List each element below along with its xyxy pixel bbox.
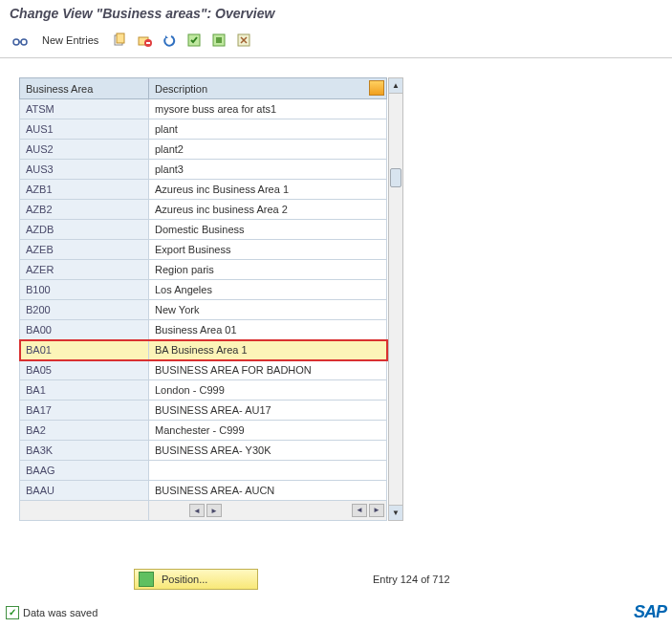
desc-cell[interactable]: mysore buss area for ats1 xyxy=(149,99,387,119)
code-cell[interactable]: AZB1 xyxy=(20,180,149,200)
table-row[interactable]: BA2Manchester - C999 xyxy=(20,421,387,441)
scroll-thumb[interactable] xyxy=(390,168,401,187)
desc-cell[interactable]: Los Angeles xyxy=(149,280,387,300)
deselect-all-icon[interactable] xyxy=(234,31,253,50)
col-header-desc-label: Description xyxy=(155,83,207,95)
hscroll-left-icon[interactable]: ◄ xyxy=(189,504,205,517)
code-cell[interactable]: BA01 xyxy=(20,340,149,360)
page-title: Change View "Business areas": Overview xyxy=(0,0,672,27)
code-cell[interactable]: AZER xyxy=(20,260,149,280)
code-cell[interactable]: BAAU xyxy=(20,481,149,501)
desc-cell[interactable]: BUSINESS AREA- AU17 xyxy=(149,401,387,421)
copy-icon[interactable] xyxy=(110,31,129,50)
desc-cell[interactable]: BUSINESS AREA- AUCN xyxy=(149,481,387,501)
success-check-icon: ✓ xyxy=(6,606,19,619)
table-row[interactable]: BA05BUSINESS AREA FOR BADHON xyxy=(20,360,387,380)
position-label: Position... xyxy=(162,574,207,585)
desc-cell[interactable]: Region paris xyxy=(149,260,387,280)
svg-point-1 xyxy=(21,39,27,45)
svg-rect-3 xyxy=(117,33,124,43)
sap-logo: SAP xyxy=(634,602,666,622)
table-row[interactable]: ATSMmysore buss area for ats1 xyxy=(20,99,387,119)
bottom-bar: Position... Entry 124 of 712 xyxy=(19,569,672,590)
table-row[interactable]: AUS3plant3 xyxy=(20,160,387,180)
code-cell[interactable]: AUS3 xyxy=(20,160,149,180)
code-cell[interactable]: BA1 xyxy=(20,380,149,401)
table-row[interactable]: B100Los Angeles xyxy=(20,280,387,300)
code-cell[interactable]: AZDB xyxy=(20,220,149,240)
table-row[interactable]: BA00Business Area 01 xyxy=(20,320,387,340)
delete-icon[interactable] xyxy=(135,31,154,50)
hscroll-right2-icon[interactable]: ► xyxy=(369,504,384,517)
scroll-up-icon[interactable]: ▲ xyxy=(389,78,402,94)
col-header-desc[interactable]: Description xyxy=(149,78,387,99)
scroll-track[interactable] xyxy=(389,94,402,505)
table-wrap: Business Area Description ATSMmysore bus… xyxy=(19,77,387,521)
table-row[interactable]: BAAUBUSINESS AREA- AUCN xyxy=(20,481,387,501)
hscroll-row: ◄ ► ◄ ► xyxy=(20,501,387,521)
desc-cell[interactable]: plant xyxy=(149,119,387,140)
status-bar: ✓ Data was saved SAP xyxy=(6,602,666,622)
col-header-code[interactable]: Business Area xyxy=(20,78,149,99)
table-row[interactable]: AZB2Azureus inc business Area 2 xyxy=(20,200,387,220)
svg-rect-6 xyxy=(146,42,150,44)
desc-cell[interactable]: BA Business Area 1 xyxy=(149,340,387,360)
undo-icon[interactable] xyxy=(160,31,179,50)
scroll-down-icon[interactable]: ▼ xyxy=(389,505,402,520)
desc-cell[interactable] xyxy=(149,461,387,481)
desc-cell[interactable]: plant2 xyxy=(149,140,387,160)
code-cell[interactable]: BA05 xyxy=(20,360,149,380)
svg-point-0 xyxy=(13,39,19,45)
new-entries-button[interactable]: New Entries xyxy=(36,31,104,50)
business-area-table: Business Area Description ATSMmysore bus… xyxy=(19,77,387,521)
desc-cell[interactable]: Domestic Business xyxy=(149,220,387,240)
vertical-scrollbar[interactable]: ▲ ▼ xyxy=(388,77,403,521)
table-row[interactable]: BA17BUSINESS AREA- AU17 xyxy=(20,401,387,421)
table-row[interactable]: BA01BA Business Area 1 xyxy=(20,340,387,360)
select-all-icon[interactable] xyxy=(184,31,204,50)
code-cell[interactable]: AZEB xyxy=(20,240,149,260)
desc-cell[interactable]: Business Area 01 xyxy=(149,320,387,340)
hscroll-right-icon[interactable]: ► xyxy=(206,504,222,517)
table-row[interactable]: BAAG xyxy=(20,461,387,481)
position-button[interactable]: Position... xyxy=(134,569,258,590)
status-left: ✓ Data was saved xyxy=(6,606,98,619)
desc-cell[interactable]: BUSINESS AREA- Y30K xyxy=(149,441,387,461)
desc-cell[interactable]: Export Business xyxy=(149,240,387,260)
desc-cell[interactable]: Azureus inc Business Area 1 xyxy=(149,180,387,200)
code-cell[interactable]: BA3K xyxy=(20,441,149,461)
code-cell[interactable]: B200 xyxy=(20,300,149,320)
desc-cell[interactable]: Azureus inc business Area 2 xyxy=(149,200,387,220)
desc-cell[interactable]: BUSINESS AREA FOR BADHON xyxy=(149,360,387,380)
desc-cell[interactable]: plant3 xyxy=(149,160,387,180)
table-row[interactable]: AUS1plant xyxy=(20,119,387,140)
code-cell[interactable]: BAAG xyxy=(20,461,149,481)
table-row[interactable]: B200New York xyxy=(20,300,387,320)
glasses-icon[interactable] xyxy=(10,31,31,50)
toolbar: New Entries xyxy=(0,27,672,58)
select-block-icon[interactable] xyxy=(209,31,228,50)
code-cell[interactable]: AUS2 xyxy=(20,140,149,160)
table-row[interactable]: BA3KBUSINESS AREA- Y30K xyxy=(20,441,387,461)
desc-cell[interactable]: New York xyxy=(149,300,387,320)
table-row[interactable]: AZDBDomestic Business xyxy=(20,220,387,240)
code-cell[interactable]: B100 xyxy=(20,280,149,300)
desc-cell[interactable]: London - C999 xyxy=(149,380,387,401)
table-row[interactable]: AZEBExport Business xyxy=(20,240,387,260)
code-cell[interactable]: BA17 xyxy=(20,401,149,421)
status-text: Data was saved xyxy=(23,607,98,618)
code-cell[interactable]: BA2 xyxy=(20,421,149,441)
table-row[interactable]: AZERRegion paris xyxy=(20,260,387,280)
table-row[interactable]: AUS2plant2 xyxy=(20,140,387,160)
table-row[interactable]: AZB1Azureus inc Business Area 1 xyxy=(20,180,387,200)
configure-columns-icon[interactable] xyxy=(369,80,384,96)
desc-cell[interactable]: Manchester - C999 xyxy=(149,421,387,441)
code-cell[interactable]: BA00 xyxy=(20,320,149,340)
svg-rect-9 xyxy=(216,37,222,43)
position-icon xyxy=(139,572,154,587)
code-cell[interactable]: ATSM xyxy=(20,99,149,119)
code-cell[interactable]: AZB2 xyxy=(20,200,149,220)
table-row[interactable]: BA1London - C999 xyxy=(20,380,387,401)
hscroll-left2-icon[interactable]: ◄ xyxy=(352,504,367,517)
code-cell[interactable]: AUS1 xyxy=(20,119,149,140)
